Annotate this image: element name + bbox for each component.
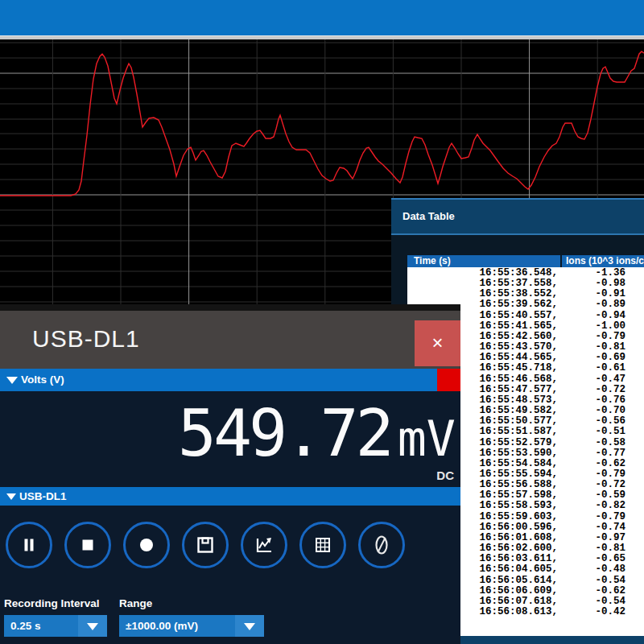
chevron-down-icon (87, 623, 98, 630)
cell-ions: -0.77 (558, 448, 625, 459)
titlebar-divider (391, 233, 644, 235)
cell-ions: -0.94 (558, 311, 625, 321)
reading-display: 549.72mV DC (0, 391, 460, 487)
cell-ions: -0.58 (558, 438, 625, 448)
dropdown-arrow[interactable] (78, 615, 107, 637)
close-icon: × (431, 332, 443, 353)
cell-ions: -0.47 (558, 374, 625, 385)
column-header-ions[interactable]: Ions (10^3 ions/cm (562, 255, 644, 267)
zero-button[interactable] (358, 522, 405, 568)
save-icon (195, 535, 216, 555)
cell-ions: -0.79 (558, 512, 625, 522)
save-button[interactable] (182, 522, 229, 568)
window-top-shadow (0, 304, 460, 311)
cell-ions: -0.54 (558, 576, 625, 586)
pause-icon (19, 535, 39, 555)
stop-icon (77, 535, 98, 555)
record-button[interactable] (123, 522, 170, 568)
record-icon (136, 535, 157, 555)
cell-ions: -0.48 (558, 564, 625, 575)
line-graph-icon (254, 535, 275, 555)
table-button[interactable] (299, 522, 346, 568)
chevron-down-icon (244, 623, 255, 630)
recording-interval-select[interactable]: 0.25 s (4, 615, 107, 637)
cell-ions: -0.62 (558, 586, 625, 597)
recording-interval-value: 0.25 s (4, 615, 78, 637)
collapse-triangle-icon (6, 493, 16, 500)
range-label: Range (119, 597, 152, 609)
graph-button[interactable] (241, 522, 287, 568)
dropdown-arrow[interactable] (235, 615, 264, 637)
window-title: USB-DL1 (32, 325, 140, 353)
cell-ions: -0.89 (558, 299, 625, 310)
sensor-status-red-segment (437, 369, 460, 391)
pause-button[interactable] (6, 522, 52, 568)
cell-ions: -0.42 (558, 607, 625, 617)
cell-ions: -0.61 (558, 363, 625, 374)
cell-ions: -1.00 (558, 321, 625, 332)
range-select[interactable]: ±1000.00 (mV) (119, 615, 264, 637)
collapse-triangle-icon (6, 377, 18, 384)
recording-interval-label: Recording Interval (4, 597, 100, 609)
data-table-title: Data Table (402, 210, 455, 222)
sensor-section-bar[interactable]: Volts (V) (0, 369, 460, 391)
cell-ions: -0.62 (558, 459, 625, 469)
table-grid-icon (312, 535, 333, 555)
table-header-row: Time (s) Ions (10^3 ions/cm (407, 255, 644, 267)
zero-icon (371, 535, 392, 555)
usb-dl1-window: USB-DL1 × Volts (V) 549.72mV DC USB-DL1 (0, 304, 460, 644)
device-section-bar[interactable]: USB-DL1 (0, 487, 460, 506)
column-header-time[interactable]: Time (s) (407, 255, 560, 267)
reading-unit: mV (398, 411, 456, 467)
top-banner (0, 0, 644, 36)
cell-ions: -0.74 (558, 522, 625, 533)
data-table-titlebar[interactable]: Data Table (391, 198, 644, 233)
range-value: ±1000.00 (mV) (119, 615, 235, 637)
close-button[interactable]: × (415, 320, 460, 366)
cell-ions: -0.72 (558, 385, 625, 395)
reading-value: 549.72 (178, 396, 391, 471)
device-label: USB-DL1 (19, 487, 67, 506)
usb-dl1-titlebar[interactable]: USB-DL1 × (0, 311, 460, 369)
reading-mode-badge: DC (436, 469, 454, 482)
sensor-label: Volts (V) (21, 369, 64, 391)
voltage-reading: 549.72mV (178, 402, 456, 467)
stop-button[interactable] (64, 522, 111, 568)
cell-ions: -0.51 (558, 427, 625, 437)
cell-ions: -0.82 (558, 501, 625, 511)
